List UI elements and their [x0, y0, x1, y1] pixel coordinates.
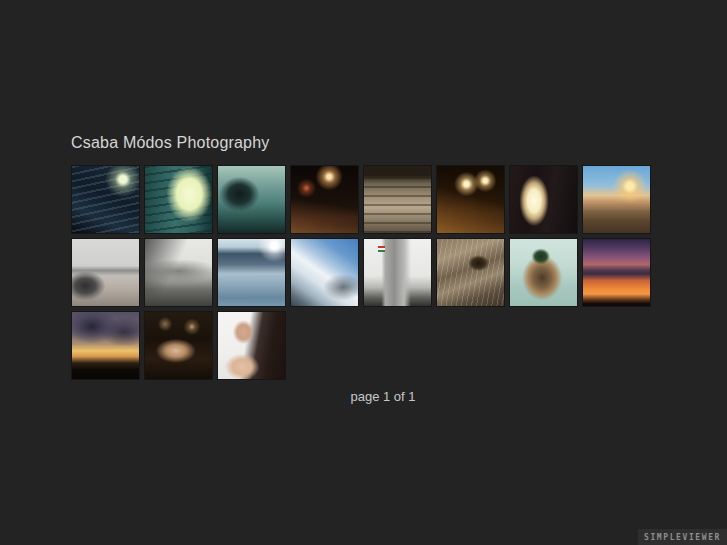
paging-status: page 1 of 1 [72, 389, 694, 404]
simpleviewer-badge-label: SIMPLEVIEWER [644, 533, 721, 542]
gallery-stage: Csaba Módos Photography page 1 of 1 SIMP… [0, 0, 727, 545]
thumbnail-sunset-trees[interactable] [72, 312, 139, 379]
thumbnail-winter-pier[interactable] [145, 239, 212, 306]
thumbnail-mallard-wings[interactable] [510, 239, 577, 306]
thumbnail-stone-steps[interactable] [364, 166, 431, 233]
thumbnail-night-stairs[interactable] [72, 166, 139, 233]
thumbnail-grid [72, 166, 650, 379]
thumbnail-bright-archway[interactable] [510, 166, 577, 233]
thumbnail-studio-portrait[interactable] [218, 312, 285, 379]
simpleviewer-badge[interactable]: SIMPLEVIEWER [638, 529, 727, 545]
thumbnail-castle-ruin-flag[interactable] [364, 239, 431, 306]
thumbnail-teal-tunnel[interactable] [218, 166, 285, 233]
thumbnail-winter-trees[interactable] [218, 239, 285, 306]
thumbnail-duck-takeoff[interactable] [437, 239, 504, 306]
gallery-title: Csaba Módos Photography [71, 134, 270, 152]
thumbnail-lamplit-path[interactable] [437, 166, 504, 233]
thumbnail-night-street[interactable] [291, 166, 358, 233]
thumbnail-barred-window[interactable] [145, 166, 212, 233]
thumbnail-snowy-mountains[interactable] [291, 239, 358, 306]
thumbnail-sunset-clouds[interactable] [583, 239, 650, 306]
thumbnail-night-model[interactable] [145, 312, 212, 379]
thumbnail-winter-bench[interactable] [72, 239, 139, 306]
thumbnail-bridge-sunset[interactable] [583, 166, 650, 233]
